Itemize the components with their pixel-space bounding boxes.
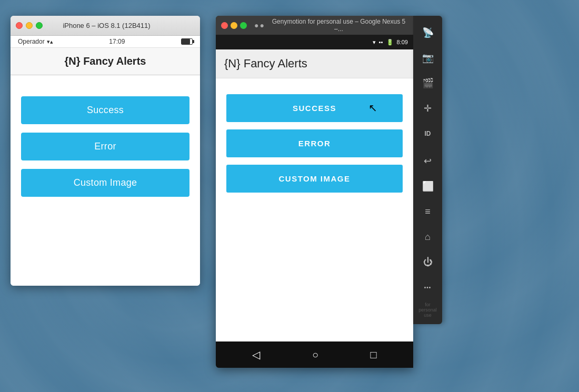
move-icon[interactable]: ✛ xyxy=(416,97,440,120)
android-close-button[interactable] xyxy=(221,22,228,29)
ios-custom-image-button[interactable]: Custom Image xyxy=(21,169,189,197)
ios-carrier: Operador ▾▴ xyxy=(18,38,53,45)
ios-battery-area xyxy=(181,38,193,45)
android-back-button[interactable]: ◁ xyxy=(248,344,264,365)
android-back-sidebar-icon[interactable]: ↩ xyxy=(416,149,440,173)
android-fullscreen-button[interactable] xyxy=(240,22,247,29)
android-success-button[interactable]: SUCCESS xyxy=(226,94,403,122)
ios-fullscreen-button[interactable] xyxy=(36,22,43,29)
camera-icon[interactable]: 📷 xyxy=(416,46,440,69)
ios-status-bar: Operador ▾▴ 17:09 xyxy=(11,36,200,48)
ios-title-bar: iPhone 6 – iOS 8.1 (12B411) xyxy=(11,16,200,36)
android-signal-icon: ▪▪ xyxy=(379,39,383,45)
ios-battery-icon xyxy=(181,38,193,45)
android-traffic-lights xyxy=(221,22,247,29)
ios-close-button[interactable] xyxy=(16,22,23,29)
film-icon[interactable]: 🎬 xyxy=(416,72,440,95)
ios-wifi-icon: ▾▴ xyxy=(47,38,53,45)
android-window-title: Genymotion for personal use – Google Nex… xyxy=(269,18,408,33)
android-error-button[interactable]: ERROR xyxy=(226,129,403,157)
android-app-header: {N} Fancy Alerts xyxy=(216,49,413,78)
android-battery-icon: 🔋 xyxy=(386,39,394,46)
android-app-title: {N} Fancy Alerts xyxy=(224,57,405,71)
android-minimize-button[interactable] xyxy=(231,22,237,29)
android-menu-sidebar-icon[interactable]: ≡ xyxy=(416,200,440,223)
id-icon[interactable]: ID xyxy=(416,122,440,145)
android-window: ●● Genymotion for personal use – Google … xyxy=(216,16,413,368)
ios-success-button[interactable]: Success xyxy=(21,96,189,124)
android-house-sidebar-icon[interactable]: ⌂ xyxy=(416,225,440,248)
android-more-sidebar-icon[interactable]: ••• xyxy=(416,276,440,299)
android-separator-dots: ●● xyxy=(254,21,265,29)
android-simulator: ●● Genymotion for personal use – Google … xyxy=(216,16,442,368)
android-sidebar: 📡 📷 🎬 ✛ ID ↩ ⬜ ≡ ⌂ ⏻ ••• for personal us… xyxy=(413,16,442,324)
gps-icon[interactable]: 📡 xyxy=(416,21,440,44)
ios-app-title: {N} Fancy Alerts xyxy=(19,55,192,67)
ios-window-controls xyxy=(16,22,43,29)
ios-time: 17:09 xyxy=(109,38,125,45)
ios-minimize-button[interactable] xyxy=(26,22,33,29)
ios-simulator: iPhone 6 – iOS 8.1 (12B411) Operador ▾▴ … xyxy=(11,16,200,286)
ios-window-title: iPhone 6 – iOS 8.1 (12B411) xyxy=(43,22,171,29)
android-app-body: SUCCESS ERROR CUSTOM IMAGE xyxy=(216,78,413,341)
ios-error-button[interactable]: Error xyxy=(21,133,189,160)
android-custom-image-button[interactable]: CUSTOM IMAGE xyxy=(226,165,403,193)
android-power-sidebar-icon[interactable]: ⏻ xyxy=(416,250,440,274)
android-title-bar: ●● Genymotion for personal use – Google … xyxy=(216,16,413,35)
ios-app-header: {N} Fancy Alerts xyxy=(11,48,200,75)
ios-app-body: Success Error Custom Image xyxy=(11,75,200,286)
android-home-sidebar-icon[interactable]: ⬜ xyxy=(416,175,440,198)
android-time: 8:09 xyxy=(397,39,408,45)
android-recents-button[interactable]: □ xyxy=(366,345,381,365)
android-status-bar: ▾ ▪▪ 🔋 8:09 xyxy=(216,35,413,49)
android-wifi-icon: ▾ xyxy=(373,39,376,46)
android-watermark: for personal use xyxy=(413,301,442,319)
android-home-button[interactable]: ○ xyxy=(308,345,323,365)
android-status-icons: ▾ ▪▪ 🔋 8:09 xyxy=(373,39,408,46)
android-nav-bar: ◁ ○ □ xyxy=(216,341,413,368)
